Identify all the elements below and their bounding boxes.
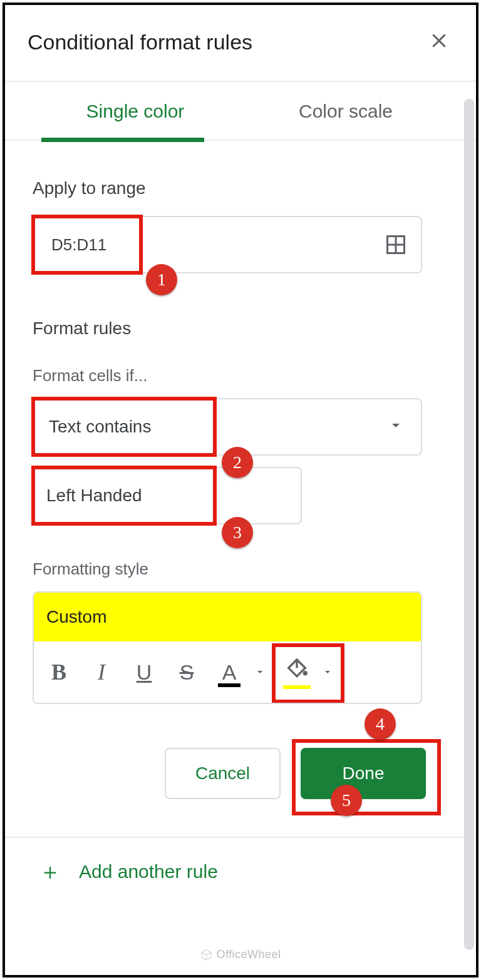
- fill-color-button[interactable]: [274, 645, 339, 700]
- cancel-button[interactable]: Cancel: [165, 748, 281, 799]
- annotation-badge-5: 5: [331, 785, 362, 816]
- condition-dropdown-value: Text contains: [43, 406, 157, 448]
- range-input-row[interactable]: D5:D11: [33, 216, 422, 273]
- tab-color-scale[interactable]: Color scale: [240, 101, 451, 140]
- format-cells-if-label: Format cells if...: [33, 366, 451, 385]
- annotation-badge-4: 4: [365, 708, 396, 740]
- svg-point-3: [303, 671, 308, 675]
- conditional-format-panel: Conditional format rules Single color Co…: [3, 3, 478, 977]
- watermark-text: OfficeWheel: [216, 948, 281, 961]
- chevron-down-icon: [388, 418, 403, 436]
- apply-to-range-label: Apply to range: [33, 178, 451, 198]
- style-toolbar: B I U S A: [34, 641, 421, 703]
- select-range-icon[interactable]: [385, 233, 407, 256]
- done-button-wrapper: Done: [301, 748, 426, 799]
- fill-color-caret-icon: [319, 667, 336, 677]
- panel-title: Conditional format rules: [28, 30, 252, 54]
- italic-button[interactable]: I: [81, 652, 122, 692]
- annotation-badge-1: 1: [146, 264, 177, 295]
- formatting-style-box: Custom B I U S A: [33, 591, 422, 704]
- condition-value-input[interactable]: Left Handed: [33, 467, 302, 524]
- tab-single-color[interactable]: Single color: [30, 101, 240, 140]
- plus-icon: ＋: [39, 860, 61, 883]
- condition-value-text: Left Handed: [43, 474, 146, 517]
- underline-button[interactable]: U: [124, 652, 164, 692]
- paint-bucket-icon: [283, 655, 311, 689]
- strikethrough-button[interactable]: S: [167, 652, 207, 692]
- condition-dropdown[interactable]: Text contains: [33, 398, 422, 456]
- done-button[interactable]: Done: [301, 748, 426, 799]
- close-icon[interactable]: [425, 26, 453, 58]
- action-buttons: Cancel Done: [33, 748, 426, 799]
- panel-header: Conditional format rules: [5, 5, 476, 76]
- annotation-badge-3: 3: [222, 517, 253, 548]
- add-another-rule[interactable]: ＋ Add another rule: [5, 837, 476, 883]
- style-preview[interactable]: Custom: [34, 593, 421, 641]
- formatting-style-label: Formatting style: [33, 559, 451, 579]
- format-rules-label: Format rules: [33, 319, 451, 339]
- add-another-rule-label: Add another rule: [79, 861, 218, 882]
- text-color-caret-icon[interactable]: [252, 667, 268, 677]
- scrollbar[interactable]: [464, 99, 474, 950]
- annotation-badge-2: 2: [222, 447, 253, 478]
- range-input-value: D5:D11: [43, 224, 115, 266]
- text-color-button[interactable]: A: [209, 652, 249, 692]
- bold-button[interactable]: B: [39, 652, 79, 692]
- tab-bar: Single color Color scale: [5, 82, 476, 141]
- watermark: OfficeWheel: [200, 948, 281, 961]
